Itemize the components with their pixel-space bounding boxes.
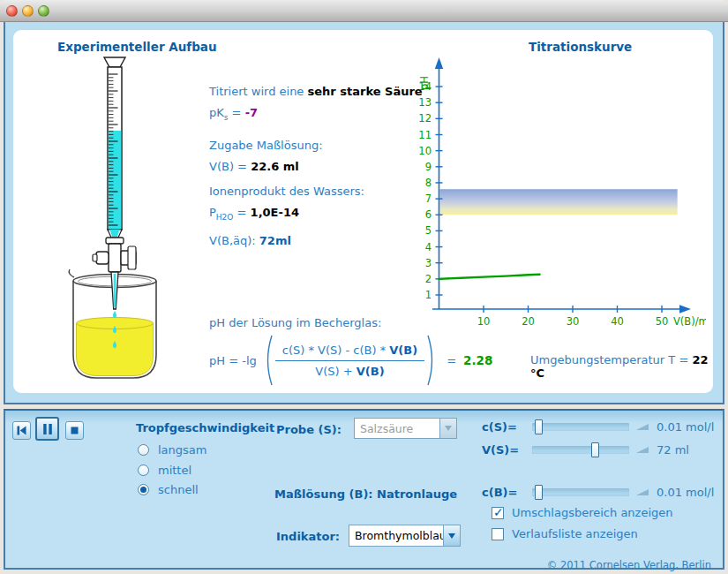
copyright-text: © 2011 Cornelsen Verlag, Berlin: [547, 559, 711, 571]
stopcock-body[interactable]: [109, 244, 121, 272]
VS-slider-value: 72 ml: [657, 443, 689, 457]
probe-dropdown-value: Salzsäure: [355, 419, 439, 438]
indikator-dropdown-button[interactable]: [443, 525, 460, 546]
vbaeq-value: 72ml: [259, 234, 291, 247]
svg-text:10: 10: [477, 315, 491, 328]
svg-text:12: 12: [418, 112, 432, 125]
svg-text:20: 20: [522, 315, 535, 328]
close-button-icon[interactable]: [6, 5, 18, 17]
svg-text:30: 30: [567, 315, 580, 328]
VS-slider-thumb[interactable]: [591, 442, 599, 457]
formula-equals: =: [447, 354, 456, 367]
formula-numerator: c(S) * V(S) - c(B) * V(B): [275, 344, 424, 361]
zugabe-label: Zugabe Maßlösung:: [209, 135, 423, 156]
ramp-icon: [636, 447, 649, 453]
svg-text:13: 13: [418, 96, 432, 109]
minimize-button-icon[interactable]: [22, 5, 34, 17]
svg-text:5: 5: [425, 224, 432, 237]
vb-line: V(B) = 22.6 ml: [209, 156, 423, 177]
ramp-icon: [636, 489, 649, 495]
svg-text:3: 3: [425, 257, 432, 269]
cB-slider-thumb[interactable]: [535, 485, 543, 500]
pause-button[interactable]: [35, 417, 59, 441]
titration-curve: [439, 275, 540, 279]
svg-text:6: 6: [425, 208, 432, 221]
ph2o-value: 1,0E-14: [251, 206, 299, 219]
svg-text:9: 9: [425, 161, 432, 173]
radio-icon: [138, 464, 149, 476]
svg-text:50: 50: [656, 315, 669, 328]
experiment-section: Experimenteller Aufbau Titrationskurve: [4, 22, 724, 404]
stop-icon: [69, 425, 80, 436]
cS-slider-value: 0.01 mol/l: [657, 420, 714, 434]
indikator-label: Indikator:: [276, 530, 340, 543]
probe-dropdown-button: [439, 419, 456, 438]
vbaeq-line: V(B,äq): 72ml: [209, 230, 423, 252]
temperature-line: Umgebungstemperatur T = 22 °C: [530, 353, 713, 380]
cS-slider-thumb[interactable]: [535, 419, 543, 434]
ionenprodukt-label: Ionenprodukt des Wassers:: [209, 181, 423, 202]
indicator-band: [440, 189, 678, 215]
radio-icon: [138, 484, 149, 495]
radio-label: mittel: [158, 464, 191, 477]
cB-slider-row: c(B)= 0.01 mol/l: [482, 481, 728, 502]
checkbox-icon: ✓: [492, 528, 504, 540]
indikator-dropdown-value: Bromthymolblau: [349, 525, 443, 546]
burette-liquid: [109, 131, 121, 230]
stop-button[interactable]: [65, 421, 84, 440]
stopcock-right-block: [128, 246, 136, 269]
svg-text:7: 7: [425, 193, 432, 205]
stopcock-left-knob[interactable]: [96, 252, 109, 264]
svg-text:8: 8: [425, 177, 432, 189]
radio-icon: [138, 444, 149, 456]
cS-slider-label: c(S)=: [482, 420, 526, 434]
checkbox-umschlagsbereich[interactable]: ✓ Umschlagsbereich anzeigen: [492, 506, 673, 519]
skip-to-start-icon: [16, 425, 27, 436]
experiment-title: Experimenteller Aufbau: [57, 40, 217, 54]
open-paren: [262, 334, 274, 387]
pks-value: -7: [245, 106, 258, 119]
y-axis-label: pH: [418, 76, 431, 90]
VS-slider-track[interactable]: [532, 446, 629, 454]
cB-slider-label: c(B)=: [482, 486, 526, 499]
titration-curve-chart: 12345678910111213141020304050V(B)/mlpH: [415, 51, 706, 329]
svg-text:10: 10: [418, 145, 432, 157]
VS-slider-row: V(S)= 72 ml: [482, 439, 728, 460]
drip-speed-heading: Tropfgeschwindigkeit: [136, 421, 274, 434]
formula-lhs: pH = -lg: [209, 354, 257, 367]
probe-label: Probe (S):: [276, 423, 341, 436]
radio-label: schnell: [158, 483, 199, 496]
radio-label: langsam: [158, 443, 206, 457]
svg-text:11: 11: [418, 129, 432, 141]
titration-apparatus-illustration: [66, 53, 181, 384]
formula-fraction: c(S) * V(S) - c(B) * V(B) V(S) + V(B): [275, 344, 424, 378]
ph-section-label: pH der Lösung im Becherglas:: [209, 316, 381, 329]
indikator-dropdown[interactable]: Bromthymolblau: [349, 525, 461, 547]
checkbox-verlaufsliste[interactable]: ✓ Verlaufsliste anzeigen: [492, 527, 638, 540]
skip-to-start-button[interactable]: [12, 421, 31, 440]
cB-slider-value: 0.01 mol/l: [657, 486, 714, 499]
stopcock-left-tip: [93, 254, 97, 261]
radio-schnell[interactable]: schnell: [138, 483, 199, 496]
probe-dropdown: Salzsäure: [354, 418, 457, 439]
svg-text:40: 40: [611, 315, 624, 328]
radio-mittel[interactable]: mittel: [138, 464, 191, 477]
radio-langsam[interactable]: langsam: [138, 443, 206, 457]
cS-slider-track[interactable]: [532, 423, 629, 431]
checkbox-icon: ✓: [492, 507, 504, 519]
titrated-substance-line: Titriert wird eine sehr starke Säure: [209, 81, 423, 102]
chevron-down-icon: [448, 533, 455, 539]
checkbox-label: Verlaufsliste anzeigen: [512, 527, 638, 540]
ramp-icon: [636, 424, 649, 430]
ph2o-line: PH2O = 1,0E-14: [209, 202, 423, 228]
burette-mouth: [104, 57, 125, 67]
experiment-info: Titriert wird eine sehr starke Säure pKs…: [209, 81, 423, 252]
controls-section: Tropfgeschwindigkeit langsam mittel schn…: [4, 409, 724, 570]
vb-value: 22.6 ml: [251, 160, 299, 173]
cB-slider-track[interactable]: [532, 488, 629, 496]
x-axis-label: V(B)/ml: [673, 315, 706, 328]
pks-line: pKs = -7: [209, 102, 423, 128]
stopcock-collar: [106, 238, 124, 244]
pause-icon: [41, 423, 54, 435]
zoom-button-icon[interactable]: [38, 5, 49, 17]
